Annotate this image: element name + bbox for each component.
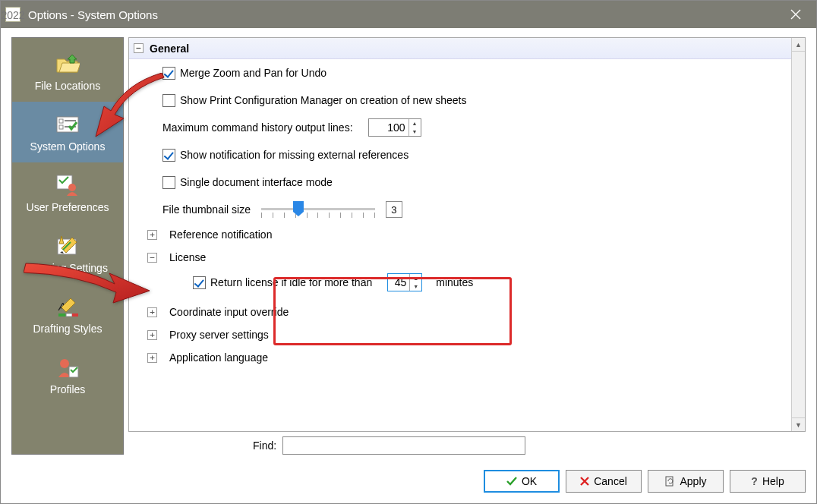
group-label: License (169, 251, 206, 263)
category-sidebar: File Locations System Options User Prefe… (11, 37, 124, 455)
group-coord-override: + Coordinate input override (129, 301, 791, 323)
collapse-icon[interactable]: − (134, 43, 144, 53)
idle-minutes-input[interactable] (388, 274, 409, 291)
svg-rect-9 (58, 313, 66, 317)
spin-up-icon[interactable]: ▲ (409, 119, 421, 128)
ok-button[interactable]: OK (484, 470, 560, 493)
scrollbar[interactable]: ▲ ▼ (791, 38, 805, 431)
group-label: Coordinate input override (169, 306, 289, 318)
group-reference-notification: + Reference notification (129, 223, 791, 246)
option-label: Merge Zoom and Pan for Undo (180, 67, 326, 79)
dialog-body: File Locations System Options User Prefe… (1, 28, 816, 462)
app-icon: 2022 (5, 7, 21, 22)
checkbox[interactable] (193, 276, 206, 289)
group-label: Reference notification (169, 228, 272, 241)
checkbox[interactable] (162, 94, 175, 107)
find-row: Find: (128, 436, 806, 455)
option-label: File thumbnail size (162, 203, 251, 216)
group-label: Application language (169, 351, 268, 364)
find-label: Find: (253, 439, 276, 452)
svg-rect-10 (66, 313, 72, 317)
sidebar-item-user-preferences[interactable]: User Preferences (12, 162, 123, 223)
idle-minutes-spinner[interactable]: ▲▼ (387, 273, 422, 291)
option-label: Show notification for missing external r… (180, 149, 408, 161)
option-label: Maximum command history output lines: (162, 121, 353, 134)
spin-down-icon[interactable]: ▼ (409, 128, 421, 136)
apply-button[interactable]: Apply (648, 470, 724, 493)
sidebar-item-drawing-settings[interactable]: Drawing Settings (12, 223, 123, 284)
svg-point-12 (60, 359, 69, 368)
svg-rect-14 (666, 477, 673, 486)
tree-content: − General Merge Zoom and Pan for Undo Sh… (129, 38, 791, 431)
drawing-tools-icon (55, 233, 80, 259)
profile-icon (55, 354, 80, 380)
spin-up-icon[interactable]: ▲ (410, 274, 421, 282)
option-return-license-idle: Return license if idle for more than ▲▼ … (129, 269, 791, 296)
help-button[interactable]: ? Help (730, 470, 806, 493)
max-history-input[interactable] (369, 119, 408, 136)
user-gear-icon (55, 172, 80, 198)
scroll-up-icon[interactable]: ▲ (792, 38, 805, 52)
sidebar-item-profiles[interactable]: Profiles (12, 345, 123, 405)
check-icon (506, 477, 517, 486)
option-show-print-cfg: Show Print Configuration Manager on crea… (129, 87, 791, 114)
window-title: Options - System Options (28, 8, 780, 21)
group-proxy: + Proxy server settings (129, 323, 791, 346)
option-label: Show Print Configuration Manager on crea… (180, 94, 466, 106)
folder-open-icon (55, 51, 80, 77)
sidebar-item-label: Drafting Styles (33, 323, 102, 335)
collapse-icon[interactable]: − (147, 253, 157, 263)
group-app-lang: + Application language (129, 346, 791, 369)
group-license: − License (129, 246, 791, 269)
sidebar-item-drafting-styles[interactable]: A Drafting Styles (12, 284, 123, 345)
expand-icon[interactable]: + (147, 330, 157, 340)
checkbox[interactable] (162, 149, 175, 162)
svg-rect-11 (72, 313, 78, 317)
question-icon: ? (751, 475, 758, 487)
option-show-missing-xref: Show notification for missing external r… (129, 141, 791, 169)
sidebar-item-file-locations[interactable]: File Locations (12, 41, 123, 102)
text-style-icon: A (55, 294, 80, 320)
group-label: General (150, 43, 189, 55)
checkbox[interactable] (162, 176, 175, 189)
find-input[interactable] (282, 436, 525, 455)
options-dialog: 2022 Options - System Options File Locat… (0, 0, 817, 504)
thumb-size-slider[interactable] (261, 198, 375, 221)
close-icon (790, 9, 801, 20)
spin-down-icon[interactable]: ▼ (410, 282, 421, 291)
sidebar-item-label: Drawing Settings (27, 262, 108, 274)
titlebar: 2022 Options - System Options (1, 1, 816, 28)
option-merge-zoom-pan: Merge Zoom and Pan for Undo (129, 59, 791, 87)
group-label: Proxy server settings (169, 329, 269, 341)
expand-icon[interactable]: + (147, 353, 157, 363)
dialog-buttons: OK Cancel Apply ? Help (1, 462, 816, 503)
thumb-size-value: 3 (386, 201, 402, 218)
close-button[interactable] (780, 2, 812, 27)
sidebar-item-system-options[interactable]: System Options (12, 102, 123, 162)
option-single-doc: Single document interface mode (129, 169, 791, 196)
checkbox[interactable] (162, 67, 175, 80)
main-column: − General Merge Zoom and Pan for Undo Sh… (128, 37, 806, 455)
sidebar-item-label: System Options (30, 140, 106, 153)
checklist-icon (55, 112, 80, 137)
svg-point-6 (68, 184, 76, 191)
option-max-history: Maximum command history output lines: ▲▼ (129, 114, 791, 141)
unit-label: minutes (436, 276, 473, 288)
settings-tree: − General Merge Zoom and Pan for Undo Sh… (128, 37, 806, 432)
sidebar-item-label: File Locations (35, 80, 100, 92)
expand-icon[interactable]: + (147, 230, 157, 240)
document-refresh-icon (664, 476, 675, 487)
cancel-button[interactable]: Cancel (566, 470, 642, 493)
x-icon (580, 477, 589, 486)
expand-icon[interactable]: + (147, 307, 157, 317)
sidebar-item-label: Profiles (50, 383, 86, 395)
scroll-down-icon[interactable]: ▼ (792, 417, 805, 431)
group-general: − General (129, 38, 791, 59)
sidebar-item-label: User Preferences (27, 201, 109, 213)
option-label: Return license if idle for more than (210, 276, 372, 288)
option-thumb-size: File thumbnail size 3 (129, 196, 791, 223)
option-label: Single document interface mode (180, 176, 333, 188)
max-history-spinner[interactable]: ▲▼ (368, 118, 421, 137)
